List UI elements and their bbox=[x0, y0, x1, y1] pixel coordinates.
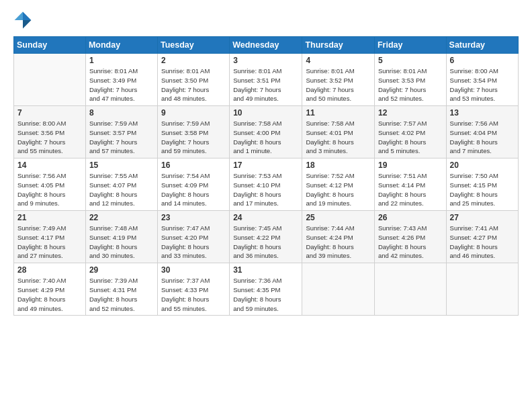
day-number: 20 bbox=[450, 161, 515, 170]
calendar-day-cell: 13Sunrise: 7:56 AMSunset: 4:04 PMDayligh… bbox=[446, 106, 518, 158]
calendar-day-cell: 3Sunrise: 8:01 AMSunset: 3:51 PMDaylight… bbox=[230, 54, 302, 106]
calendar-day-header: Wednesday bbox=[230, 37, 302, 54]
calendar-day-cell: 23Sunrise: 7:47 AMSunset: 4:20 PMDayligh… bbox=[157, 211, 229, 263]
calendar-day-cell: 20Sunrise: 7:50 AMSunset: 4:15 PMDayligh… bbox=[446, 158, 518, 211]
day-info: Sunrise: 7:50 AMSunset: 4:15 PMDaylight:… bbox=[450, 171, 515, 208]
day-number: 23 bbox=[161, 213, 226, 222]
day-info: Sunrise: 7:41 AMSunset: 4:27 PMDaylight:… bbox=[450, 224, 515, 261]
day-info: Sunrise: 7:43 AMSunset: 4:26 PMDaylight:… bbox=[378, 224, 443, 261]
day-number: 21 bbox=[17, 213, 82, 222]
day-number: 31 bbox=[233, 265, 298, 275]
day-info: Sunrise: 7:58 AMSunset: 4:00 PMDaylight:… bbox=[233, 119, 298, 156]
day-info: Sunrise: 7:37 AMSunset: 4:33 PMDaylight:… bbox=[161, 276, 226, 313]
calendar-day-cell: 8Sunrise: 7:59 AMSunset: 3:57 PMDaylight… bbox=[85, 106, 157, 158]
calendar-day-cell: 12Sunrise: 7:57 AMSunset: 4:02 PMDayligh… bbox=[374, 106, 446, 158]
calendar-day-cell: 22Sunrise: 7:48 AMSunset: 4:19 PMDayligh… bbox=[85, 211, 157, 263]
logo bbox=[13, 11, 35, 30]
calendar-week-row: 1Sunrise: 8:01 AMSunset: 3:49 PMDaylight… bbox=[14, 54, 519, 106]
calendar-day-cell: 10Sunrise: 7:58 AMSunset: 4:00 PMDayligh… bbox=[230, 106, 302, 158]
svg-marker-1 bbox=[23, 20, 31, 28]
day-info: Sunrise: 7:59 AMSunset: 3:58 PMDaylight:… bbox=[161, 119, 226, 156]
calendar-day-header: Thursday bbox=[302, 37, 375, 54]
calendar-day-cell bbox=[302, 263, 375, 316]
calendar-day-cell: 4Sunrise: 8:01 AMSunset: 3:52 PMDaylight… bbox=[302, 54, 375, 106]
calendar-day-cell: 7Sunrise: 8:00 AMSunset: 3:56 PMDaylight… bbox=[14, 106, 86, 158]
calendar-day-cell: 19Sunrise: 7:51 AMSunset: 4:14 PMDayligh… bbox=[374, 158, 446, 211]
day-number: 8 bbox=[89, 108, 154, 118]
calendar-day-cell: 1Sunrise: 8:01 AMSunset: 3:49 PMDaylight… bbox=[85, 54, 157, 106]
day-number: 29 bbox=[89, 265, 154, 275]
calendar-week-row: 21Sunrise: 7:49 AMSunset: 4:17 PMDayligh… bbox=[14, 211, 519, 263]
day-number: 13 bbox=[450, 108, 515, 118]
day-info: Sunrise: 7:55 AMSunset: 4:07 PMDaylight:… bbox=[89, 171, 154, 208]
day-number: 30 bbox=[161, 265, 226, 275]
day-number: 18 bbox=[306, 161, 371, 170]
day-number: 10 bbox=[233, 108, 298, 118]
calendar-day-cell: 24Sunrise: 7:45 AMSunset: 4:22 PMDayligh… bbox=[230, 211, 302, 263]
day-info: Sunrise: 7:39 AMSunset: 4:31 PMDaylight:… bbox=[89, 276, 154, 313]
day-number: 26 bbox=[378, 213, 443, 222]
day-info: Sunrise: 8:01 AMSunset: 3:49 PMDaylight:… bbox=[89, 66, 154, 103]
day-info: Sunrise: 7:57 AMSunset: 4:02 PMDaylight:… bbox=[378, 119, 443, 156]
day-number: 9 bbox=[161, 108, 226, 118]
day-info: Sunrise: 7:49 AMSunset: 4:17 PMDaylight:… bbox=[17, 224, 82, 261]
day-info: Sunrise: 7:40 AMSunset: 4:29 PMDaylight:… bbox=[17, 276, 82, 313]
calendar-day-cell: 5Sunrise: 8:01 AMSunset: 3:53 PMDaylight… bbox=[374, 54, 446, 106]
calendar-day-header: Sunday bbox=[14, 37, 86, 54]
day-info: Sunrise: 8:01 AMSunset: 3:52 PMDaylight:… bbox=[306, 66, 371, 103]
calendar-day-cell: 30Sunrise: 7:37 AMSunset: 4:33 PMDayligh… bbox=[157, 263, 229, 316]
day-info: Sunrise: 8:00 AMSunset: 3:54 PMDaylight:… bbox=[450, 66, 515, 103]
day-info: Sunrise: 7:56 AMSunset: 4:04 PMDaylight:… bbox=[450, 119, 515, 156]
day-number: 19 bbox=[378, 161, 443, 170]
day-number: 11 bbox=[306, 108, 371, 118]
calendar-day-header: Friday bbox=[374, 37, 446, 54]
day-info: Sunrise: 7:48 AMSunset: 4:19 PMDaylight:… bbox=[89, 224, 154, 261]
day-info: Sunrise: 7:52 AMSunset: 4:12 PMDaylight:… bbox=[306, 171, 371, 208]
calendar-day-cell bbox=[446, 263, 518, 316]
day-info: Sunrise: 8:01 AMSunset: 3:53 PMDaylight:… bbox=[378, 66, 443, 103]
day-number: 14 bbox=[17, 161, 82, 170]
calendar-day-cell: 28Sunrise: 7:40 AMSunset: 4:29 PMDayligh… bbox=[14, 263, 86, 316]
calendar-header-row: SundayMondayTuesdayWednesdayThursdayFrid… bbox=[14, 37, 519, 54]
calendar-day-cell: 31Sunrise: 7:36 AMSunset: 4:35 PMDayligh… bbox=[230, 263, 302, 316]
day-number: 12 bbox=[378, 108, 443, 118]
day-number: 7 bbox=[17, 108, 82, 118]
calendar-week-row: 28Sunrise: 7:40 AMSunset: 4:29 PMDayligh… bbox=[14, 263, 519, 316]
day-number: 3 bbox=[233, 56, 298, 65]
calendar-day-cell: 15Sunrise: 7:55 AMSunset: 4:07 PMDayligh… bbox=[85, 158, 157, 211]
day-info: Sunrise: 8:00 AMSunset: 3:56 PMDaylight:… bbox=[17, 119, 82, 156]
day-number: 15 bbox=[89, 161, 154, 170]
calendar-day-cell bbox=[374, 263, 446, 316]
logo-icon bbox=[13, 11, 32, 30]
day-info: Sunrise: 7:44 AMSunset: 4:24 PMDaylight:… bbox=[306, 224, 371, 261]
calendar-day-header: Saturday bbox=[446, 37, 518, 54]
calendar-day-cell: 6Sunrise: 8:00 AMSunset: 3:54 PMDaylight… bbox=[446, 54, 518, 106]
calendar-day-cell: 18Sunrise: 7:52 AMSunset: 4:12 PMDayligh… bbox=[302, 158, 375, 211]
calendar-day-header: Tuesday bbox=[157, 37, 229, 54]
day-info: Sunrise: 7:58 AMSunset: 4:01 PMDaylight:… bbox=[306, 119, 371, 156]
day-number: 5 bbox=[378, 56, 443, 65]
calendar-day-cell: 14Sunrise: 7:56 AMSunset: 4:05 PMDayligh… bbox=[14, 158, 86, 211]
day-number: 1 bbox=[89, 56, 154, 65]
calendar-day-cell: 26Sunrise: 7:43 AMSunset: 4:26 PMDayligh… bbox=[374, 211, 446, 263]
calendar-day-cell: 27Sunrise: 7:41 AMSunset: 4:27 PMDayligh… bbox=[446, 211, 518, 263]
calendar-day-header: Monday bbox=[85, 37, 157, 54]
calendar-day-cell: 9Sunrise: 7:59 AMSunset: 3:58 PMDaylight… bbox=[157, 106, 229, 158]
day-info: Sunrise: 7:47 AMSunset: 4:20 PMDaylight:… bbox=[161, 224, 226, 261]
day-info: Sunrise: 7:56 AMSunset: 4:05 PMDaylight:… bbox=[17, 171, 82, 208]
day-number: 25 bbox=[306, 213, 371, 222]
day-number: 22 bbox=[89, 213, 154, 222]
calendar-day-cell: 11Sunrise: 7:58 AMSunset: 4:01 PMDayligh… bbox=[302, 106, 375, 158]
day-info: Sunrise: 8:01 AMSunset: 3:51 PMDaylight:… bbox=[233, 66, 298, 103]
calendar-day-cell: 16Sunrise: 7:54 AMSunset: 4:09 PMDayligh… bbox=[157, 158, 229, 211]
day-info: Sunrise: 7:36 AMSunset: 4:35 PMDaylight:… bbox=[233, 276, 298, 313]
calendar-day-cell: 2Sunrise: 8:01 AMSunset: 3:50 PMDaylight… bbox=[157, 54, 229, 106]
day-info: Sunrise: 8:01 AMSunset: 3:50 PMDaylight:… bbox=[161, 66, 226, 103]
calendar-week-row: 14Sunrise: 7:56 AMSunset: 4:05 PMDayligh… bbox=[14, 158, 519, 211]
day-number: 16 bbox=[161, 161, 226, 170]
calendar-day-cell: 17Sunrise: 7:53 AMSunset: 4:10 PMDayligh… bbox=[230, 158, 302, 211]
day-number: 24 bbox=[233, 213, 298, 222]
day-info: Sunrise: 7:59 AMSunset: 3:57 PMDaylight:… bbox=[89, 119, 154, 156]
calendar-day-cell: 25Sunrise: 7:44 AMSunset: 4:24 PMDayligh… bbox=[302, 211, 375, 263]
day-info: Sunrise: 7:51 AMSunset: 4:14 PMDaylight:… bbox=[378, 171, 443, 208]
